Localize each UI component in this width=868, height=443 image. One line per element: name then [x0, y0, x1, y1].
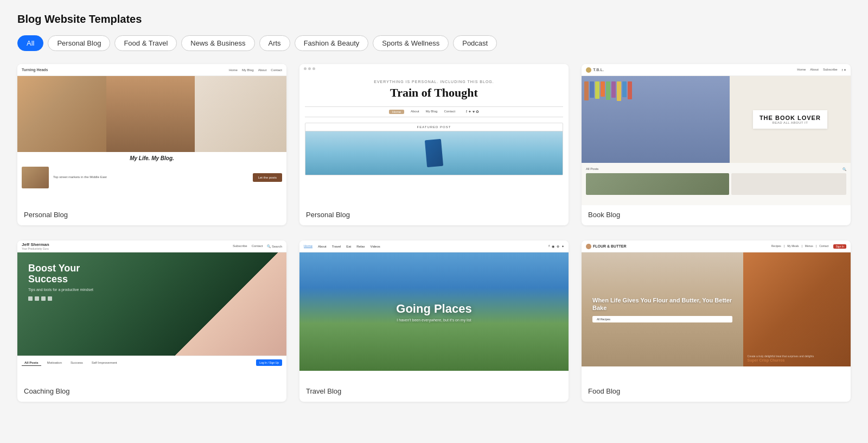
card4-hero: Boost YourSuccess Tips and tools for a p…: [17, 252, 286, 356]
card4-tab-success: Success: [68, 360, 86, 365]
card6-nav: Recipes | My Meals | Menus | Contact Sig…: [771, 244, 846, 249]
card4-search-btn: Log In / Sign Up: [256, 359, 282, 366]
card5-nav-travel: Travel: [332, 245, 341, 248]
card3-hero: THE BOOK LOVER READ ALL ABOUT IT: [582, 76, 851, 163]
card1-caption: My Life. My Blog.: [17, 152, 286, 164]
card5-hero-text: Going Places I haven't been everywhere, …: [396, 302, 471, 322]
card5-hero-subtitle: I haven't been everywhere, but it's on m…: [396, 318, 471, 322]
card4-tab-self: Self Improvement: [89, 360, 120, 365]
filter-personal-blog[interactable]: Personal Blog: [48, 35, 110, 51]
card1-bottom: Top street markets in the Middle East Le…: [17, 164, 286, 191]
template-card-food-blog[interactable]: FLOUR & BUTTER Recipes | My Meals | Menu…: [582, 241, 851, 402]
card1-post-title: Top street markets in the Middle East: [53, 175, 248, 180]
template-preview-5: Home About Travel Eat Relax Videos f ◉ ⊕…: [299, 241, 569, 382]
card3-shelf-books: [584, 81, 727, 101]
card5-hero-title: Going Places: [396, 302, 471, 316]
card5-nav-about: About: [318, 245, 327, 248]
card5-nav-videos: Videos: [371, 245, 380, 248]
templates-grid: Turning Heads Home My Blog About Contact…: [17, 64, 851, 402]
template-card-coaching-blog[interactable]: Jeff Sherman Your Productivity Guru Subs…: [17, 241, 286, 402]
card4-social-ig: [48, 296, 52, 301]
card1-image-3: [195, 76, 286, 152]
filter-podcast[interactable]: Podcast: [453, 35, 497, 51]
template-preview-2: EVERYTHING IS PERSONAL. INCLUDING THIS B…: [299, 64, 569, 205]
card3-overlay-title: THE BOOK LOVER: [760, 115, 821, 121]
card1-topbar: Turning Heads Home My Blog About Contact: [17, 64, 286, 76]
card2-dot-1: [304, 67, 307, 70]
template-preview-4: Jeff Sherman Your Productivity Guru Subs…: [17, 241, 286, 382]
card2-dot-2: [308, 67, 311, 70]
card3-nav: Home About Subscribe f ✦: [797, 68, 846, 72]
card4-social-tw: [35, 296, 39, 301]
filter-fashion-beauty[interactable]: Fashion & Beauty: [295, 35, 369, 51]
card4-hero-subtitle: Tips and tools for a productive mindset: [28, 287, 93, 293]
template-preview-3: T.B.L. Home About Subscribe f ✦: [582, 64, 851, 205]
template-card-book-blog[interactable]: T.B.L. Home About Subscribe f ✦: [582, 64, 851, 225]
card1-nav: Home My Blog About Contact: [229, 68, 282, 72]
card4-social-icons: [28, 296, 93, 301]
card2-featured-section: FEATURED POST: [305, 123, 563, 175]
card6-topbar: FLOUR & BUTTER Recipes | My Meals | Menu…: [582, 241, 851, 252]
card3-thumb-2: [731, 173, 846, 195]
card5-topbar: Home About Travel Eat Relax Videos f ◉ ⊕…: [299, 241, 569, 252]
template-label-6: Food Blog: [582, 382, 851, 402]
card3-posts-label: All Posts 🔍: [586, 167, 846, 171]
card1-cta: Let the posts: [253, 173, 282, 182]
card4-tab-motivation: Motivation: [44, 360, 65, 365]
card2-dot-3: [312, 67, 315, 70]
card3-logo-text: T.B.L.: [593, 67, 604, 72]
card6-logo: FLOUR & BUTTER: [586, 244, 626, 249]
card6-side-image: Super Crisp Churros Create a truly delig…: [743, 252, 851, 366]
card2-title: Train of Thought: [310, 86, 558, 100]
card3-thumb-1: [586, 173, 729, 195]
card2-nav: Home About My Blog Contact f ✦ ♥ ✿: [305, 106, 563, 117]
template-label-1: Personal Blog: [17, 205, 286, 225]
card6-side-subtitle: Create a truly delightful treat that sur…: [748, 355, 848, 360]
filter-sports-wellness[interactable]: Sports & Wellness: [373, 35, 449, 51]
card4-hero-title: Boost YourSuccess: [28, 263, 93, 285]
card6-main-image: When Life Gives You Flour and Butter, Yo…: [582, 252, 743, 366]
card3-logo-icon: [586, 67, 591, 73]
filter-news-business[interactable]: News & Business: [181, 35, 254, 51]
card2-header: EVERYTHING IS PERSONAL. INCLUDING THIS B…: [299, 73, 569, 106]
card5-nav-home: Home: [304, 244, 312, 248]
card4-logo-sub: Your Productivity Guru: [22, 247, 49, 250]
card1-thumbnail: [22, 167, 49, 188]
card6-hero: When Life Gives You Flour and Butter, Yo…: [582, 252, 851, 366]
card5-nav-relax: Relax: [356, 245, 365, 248]
card3-overlay: THE BOOK LOVER READ ALL ABOUT IT: [730, 76, 851, 163]
card5-nav-eat: Eat: [346, 245, 351, 248]
card1-image-1: [17, 76, 106, 152]
card6-recipe-btn: All Recipes: [592, 316, 732, 322]
filter-food-travel[interactable]: Food & Travel: [114, 35, 177, 51]
card6-logo-icon: [586, 244, 591, 249]
card2-book-shape: [425, 139, 443, 167]
card4-nav: Subscribe Contact 🔍 Search: [233, 244, 282, 248]
template-label-2: Personal Blog: [299, 205, 569, 225]
card4-bottom-nav: All Posts Motivation Success Self Improv…: [17, 356, 286, 369]
template-label-3: Book Blog: [582, 205, 851, 225]
template-card-personal-blog-2[interactable]: EVERYTHING IS PERSONAL. INCLUDING THIS B…: [299, 64, 569, 225]
card1-logo: Turning Heads: [22, 68, 48, 72]
card3-overlay-box: THE BOOK LOVER READ ALL ABOUT IT: [753, 110, 827, 129]
card3-topbar: T.B.L. Home About Subscribe f ✦: [582, 64, 851, 76]
card2-book-image: [305, 131, 563, 175]
card3-thumbnails: [586, 173, 846, 195]
card4-logo-group: Jeff Sherman Your Productivity Guru: [22, 242, 49, 250]
filter-arts[interactable]: Arts: [259, 35, 290, 51]
card2-dots: [299, 64, 569, 73]
template-card-travel-blog[interactable]: Home About Travel Eat Relax Videos f ◉ ⊕…: [299, 241, 569, 402]
filter-all[interactable]: All: [17, 35, 43, 51]
card3-logo: T.B.L.: [586, 67, 604, 73]
template-label-4: Coaching Blog: [17, 382, 286, 402]
card6-hero-text: When Life Gives You Flour and Butter, Yo…: [592, 296, 732, 312]
template-card-personal-blog-1[interactable]: Turning Heads Home My Blog About Contact…: [17, 64, 286, 225]
card2-featured-label: FEATURED POST: [305, 123, 563, 131]
card4-hero-text: Boost YourSuccess Tips and tools for a p…: [28, 263, 93, 301]
card3-bottom: All Posts 🔍: [582, 163, 851, 199]
card4-topbar: Jeff Sherman Your Productivity Guru Subs…: [17, 241, 286, 252]
card4-social-fb: [28, 296, 33, 301]
card4-tab-all: All Posts: [22, 360, 41, 366]
card1-images: [17, 76, 286, 152]
card6-logo-text: FLOUR & BUTTER: [593, 244, 626, 248]
